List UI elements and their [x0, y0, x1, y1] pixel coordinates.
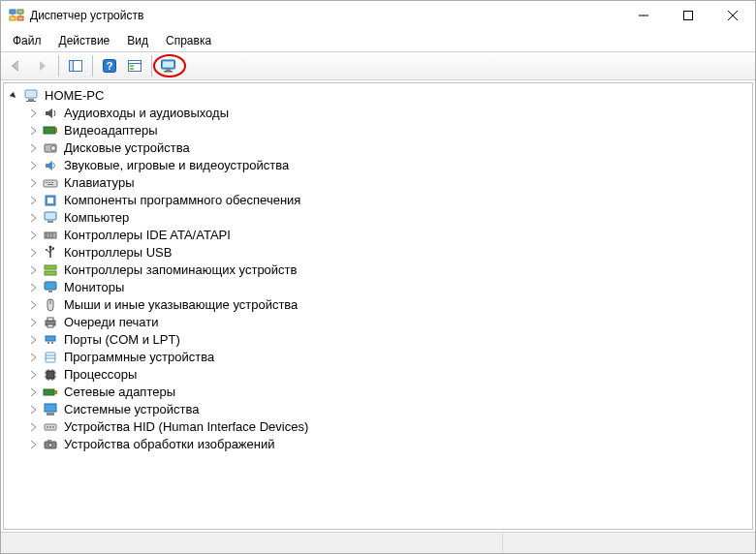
tree-category-label: Мониторы: [62, 279, 126, 296]
software-device-icon: [43, 350, 58, 365]
expander-closed-icon[interactable]: [27, 177, 39, 189]
tree-category-label: Процессоры: [62, 366, 139, 384]
imaging-device-icon: [43, 437, 58, 452]
expander-closed-icon[interactable]: [27, 125, 39, 137]
tree-category-node[interactable]: Мониторы: [27, 279, 750, 296]
arrow-back-icon: [9, 58, 24, 74]
tree-category-node[interactable]: Контроллеры USB: [27, 244, 750, 262]
tree-category-node[interactable]: Устройства обработки изображений: [27, 436, 750, 453]
svg-rect-71: [47, 413, 54, 416]
toolbar-separator: [151, 55, 152, 77]
expander-closed-icon[interactable]: [27, 160, 39, 171]
menubar: Файл Действие Вид Справка: [1, 30, 755, 51]
tree-category-label: Контроллеры USB: [62, 244, 173, 262]
svg-rect-2: [10, 16, 16, 20]
toolbar-show-hide-tree-button[interactable]: [64, 54, 87, 77]
tree-category-node[interactable]: Дисковые устройства: [27, 139, 750, 157]
toolbar-forward-button[interactable]: [30, 54, 53, 77]
print-queue-icon: [43, 315, 58, 330]
expander-closed-icon[interactable]: [27, 264, 39, 276]
expander-closed-icon[interactable]: [27, 369, 39, 381]
tree-category-node[interactable]: Программные устройства: [27, 349, 750, 366]
storage-controller-icon: [43, 262, 58, 278]
svg-point-42: [49, 246, 52, 249]
tree-category-node[interactable]: Порты (COM и LPT): [27, 331, 750, 349]
expander-closed-icon[interactable]: [27, 386, 39, 398]
tree-category-label: Контроллеры запоминающих устройств: [62, 262, 299, 279]
tree-category-node[interactable]: Мыши и иные указывающие устройства: [27, 296, 750, 314]
tree-category-label: Дисковые устройства: [62, 139, 192, 157]
expander-closed-icon[interactable]: [27, 439, 39, 450]
svg-rect-43: [52, 248, 54, 250]
svg-rect-21: [164, 71, 173, 73]
expander-closed-icon[interactable]: [27, 108, 39, 119]
expander-closed-icon[interactable]: [27, 230, 39, 241]
maximize-button[interactable]: [666, 1, 710, 30]
properties-panel-icon: [127, 58, 142, 74]
expander-closed-icon[interactable]: [27, 142, 39, 154]
expander-closed-icon[interactable]: [27, 247, 39, 259]
close-button[interactable]: [710, 1, 755, 30]
tree-root-node[interactable]: HOME-PC: [8, 87, 750, 105]
menu-file[interactable]: Файл: [5, 32, 49, 49]
tree-category-label: Аудиовходы и аудиовыходы: [62, 105, 231, 122]
tree-category-node[interactable]: Звуковые, игровые и видеоустройства: [27, 157, 750, 174]
svg-text:?: ?: [107, 60, 113, 72]
svg-rect-16: [130, 65, 134, 67]
menu-view[interactable]: Вид: [119, 32, 156, 49]
tree-category-node[interactable]: Контроллеры IDE ATA/ATAPI: [27, 227, 750, 244]
expander-closed-icon[interactable]: [27, 299, 39, 311]
menu-action[interactable]: Действие: [51, 32, 118, 49]
app-icon: [9, 8, 24, 23]
statusbar: [1, 532, 755, 553]
expander-closed-icon[interactable]: [27, 282, 39, 293]
expander-closed-icon[interactable]: [27, 404, 39, 416]
tree-category-node[interactable]: Компьютер: [27, 209, 750, 227]
svg-rect-35: [47, 198, 53, 203]
tree-category-node[interactable]: Устройства HID (Human Interface Devices): [27, 418, 750, 436]
network-adapter-icon: [43, 385, 58, 400]
device-tree[interactable]: HOME-PC Аудиовходы и аудиовыходы Видеоад…: [3, 82, 753, 530]
menu-help[interactable]: Справка: [158, 32, 219, 49]
monitor-scan-icon: [160, 58, 177, 74]
tree-category-label: Устройства HID (Human Interface Devices): [62, 418, 310, 436]
expander-closed-icon[interactable]: [27, 334, 39, 346]
svg-point-44: [46, 249, 47, 251]
tree-category-node[interactable]: Компоненты программного обеспечения: [27, 192, 750, 209]
tree-category-label: Программные устройства: [62, 349, 216, 366]
help-icon: ?: [102, 58, 117, 74]
audio-io-icon: [43, 106, 58, 121]
status-cell: [503, 533, 755, 553]
expander-closed-icon[interactable]: [27, 212, 39, 224]
tree-category-node[interactable]: Контроллеры запоминающих устройств: [27, 262, 750, 279]
monitor-icon: [43, 280, 58, 295]
tree-category-label: Устройства обработки изображений: [62, 436, 277, 453]
tree-category-node[interactable]: Сетевые адаптеры: [27, 384, 750, 401]
content-area: HOME-PC Аудиовходы и аудиовыходы Видеоад…: [1, 80, 755, 532]
display-adapter-icon: [43, 123, 58, 138]
hid-device-icon: [43, 419, 58, 435]
ports-icon: [43, 332, 58, 348]
tree-category-node[interactable]: Видеоадаптеры: [27, 122, 750, 139]
usb-controller-icon: [43, 245, 58, 261]
tree-category-label: Системные устройства: [62, 401, 201, 418]
toolbar-help-button[interactable]: ?: [98, 54, 121, 77]
expander-closed-icon[interactable]: [27, 317, 39, 328]
tree-category-node[interactable]: Процессоры: [27, 366, 750, 384]
svg-rect-26: [55, 128, 57, 133]
svg-rect-59: [47, 371, 54, 379]
minimize-button[interactable]: [621, 1, 666, 30]
tree-category-node[interactable]: Клавиатуры: [27, 174, 750, 192]
tree-category-node[interactable]: Очереди печати: [27, 314, 750, 331]
expander-open-icon[interactable]: [8, 90, 19, 102]
svg-point-55: [51, 342, 53, 344]
expander-closed-icon[interactable]: [27, 421, 39, 433]
tree-category-node[interactable]: Аудиовходы и аудиовыходы: [27, 105, 750, 122]
tree-category-node[interactable]: Системные устройства: [27, 401, 750, 418]
tree-category-label: Контроллеры IDE ATA/ATAPI: [62, 227, 233, 244]
expander-closed-icon[interactable]: [27, 352, 39, 363]
toolbar-properties-button[interactable]: [123, 54, 146, 77]
toolbar-back-button[interactable]: [5, 54, 28, 77]
expander-closed-icon[interactable]: [27, 195, 39, 206]
toolbar-scan-hardware-button[interactable]: [157, 54, 180, 77]
